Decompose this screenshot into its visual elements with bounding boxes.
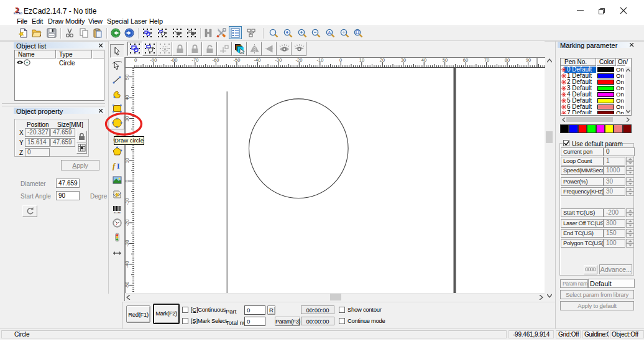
svg-text:I: I: [117, 162, 120, 170]
svg-text:-80: -80: [171, 57, 178, 63]
svg-text:30: 30: [401, 57, 406, 63]
svg-text:f: f: [113, 161, 116, 170]
svg-text:-50: -50: [125, 282, 130, 289]
svg-text:-20: -20: [125, 220, 130, 226]
svg-text:-90: -90: [150, 57, 157, 63]
svg-text:-20: -20: [296, 57, 303, 63]
svg-text:-70: -70: [192, 57, 199, 63]
svg-text:-60: -60: [213, 57, 219, 63]
svg-text:0: 0: [339, 57, 342, 63]
svg-text:-50: -50: [234, 57, 241, 63]
svg-text:50: 50: [125, 75, 130, 80]
svg-text:40: 40: [421, 57, 426, 63]
svg-text:0: 0: [125, 180, 130, 182]
svg-text:10: 10: [125, 158, 130, 163]
svg-text:90: 90: [526, 57, 531, 63]
svg-text:50: 50: [443, 57, 448, 63]
svg-text:10: 10: [359, 57, 364, 63]
svg-text:60: 60: [463, 57, 468, 63]
svg-text:-10: -10: [125, 198, 130, 205]
svg-text:40: 40: [125, 95, 130, 100]
svg-text:-30: -30: [275, 57, 282, 63]
svg-text:81236: 81236: [114, 212, 121, 214]
svg-text:20: 20: [380, 57, 385, 63]
svg-text:80: 80: [505, 57, 510, 63]
svg-text:70: 70: [484, 57, 489, 63]
svg-text:-40: -40: [254, 57, 261, 63]
svg-text:-40: -40: [125, 261, 130, 268]
svg-text:-10: -10: [317, 57, 324, 63]
svg-text:-100: -100: [134, 57, 137, 63]
svg-text:-30: -30: [125, 240, 130, 247]
svg-text:A: A: [328, 30, 331, 35]
